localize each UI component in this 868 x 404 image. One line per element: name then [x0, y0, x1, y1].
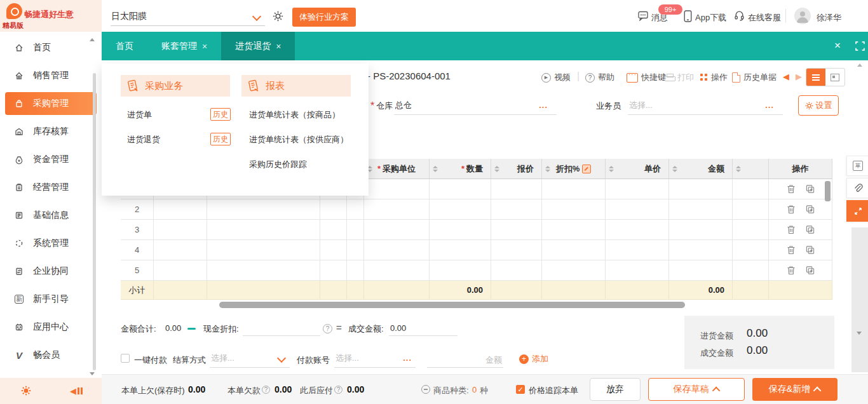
copy-row-icon[interactable] [806, 245, 815, 255]
sidebar-item-sales[interactable]: 销售管理 [0, 64, 102, 87]
warehouse-picker-ellipsis-icon[interactable]: ... [539, 100, 548, 110]
table-row[interactable]: 5 [121, 260, 832, 281]
header-purchase-unit[interactable]: *采购单位 [364, 159, 430, 179]
tab-purchase-return[interactable]: 进货退货× [221, 32, 295, 60]
one-click-pay-checkbox[interactable] [121, 354, 130, 363]
tabbar-close-icon[interactable]: × [834, 39, 841, 52]
expand-rail-button[interactable] [846, 200, 868, 222]
edit-discount-icon[interactable] [582, 165, 591, 173]
copy-row-icon[interactable] [806, 266, 815, 275]
save-draft-button[interactable]: 保存草稿 [648, 378, 745, 401]
salesman-input[interactable] [628, 97, 785, 111]
salesman-picker-ellipsis-icon[interactable]: ... [765, 100, 774, 110]
sidebar-item-beginner-guide[interactable]: 新 新手引导 [0, 288, 102, 311]
delete-row-icon[interactable] [787, 205, 796, 214]
page-scroll-down-icon[interactable] [857, 332, 862, 335]
salesman-field[interactable]: ... [628, 97, 783, 115]
experience-plan-button[interactable]: 体验行业方案 [292, 8, 356, 27]
account-select[interactable]: ... [334, 349, 416, 368]
hotkey-button[interactable]: 快捷键 [627, 72, 666, 83]
help-icon[interactable]: ? [323, 324, 332, 333]
add-payment-button[interactable]: + 添加 [519, 353, 548, 365]
sort-icon[interactable] [672, 166, 677, 172]
company-select[interactable]: 日太阳膜 [111, 11, 147, 22]
sidebar-item-app-center[interactable]: 应用中心 [0, 316, 102, 339]
sidebar-item-base-info[interactable]: 基础信息 [0, 204, 102, 227]
tab-home[interactable]: 首页 [102, 32, 147, 60]
online-service-label[interactable]: 在线客服 [748, 12, 781, 24]
header-quantity[interactable]: *数量 [430, 159, 491, 179]
header-discount[interactable]: 折扣% [542, 159, 606, 179]
delete-row-icon[interactable] [787, 266, 796, 275]
sidebar-scroll-down-icon[interactable] [90, 372, 95, 375]
sidebar-scrollbar[interactable] [93, 73, 96, 370]
warehouse-input[interactable] [394, 97, 559, 111]
history-badge[interactable]: 历史 [210, 108, 231, 121]
tab-account-management[interactable]: 账套管理× [147, 32, 221, 60]
nav-next-icon[interactable]: ▶ [796, 72, 802, 81]
abandon-button[interactable]: 放弃 [590, 378, 641, 401]
fullscreen-icon[interactable] [855, 41, 865, 51]
table-vertical-scrollbar[interactable] [825, 181, 831, 201]
draft-rail-button[interactable]: 草 [846, 156, 868, 176]
print-button[interactable]: 打印 [665, 72, 694, 83]
sidebar-item-home[interactable]: 首页 [0, 36, 102, 59]
table-row[interactable]: 4 [121, 240, 832, 260]
warehouse-field[interactable]: ... [394, 97, 557, 115]
video-button[interactable]: ▶ 视频 [541, 72, 571, 83]
gear-icon[interactable] [273, 11, 283, 22]
settlement-select[interactable] [210, 349, 290, 368]
copy-row-icon[interactable] [806, 225, 815, 234]
sidebar-scroll-up-icon[interactable] [90, 38, 95, 41]
header-amount[interactable]: 金额 [669, 159, 733, 179]
avatar[interactable] [794, 8, 811, 24]
sort-icon[interactable] [609, 166, 614, 172]
tab-close-icon[interactable]: × [202, 41, 207, 51]
list-view-button[interactable] [806, 69, 825, 86]
sidebar-item-purchase[interactable]: 采购管理 [5, 92, 97, 115]
settings-button[interactable]: 设置 [798, 95, 839, 116]
app-download-label[interactable]: App下载 [695, 12, 726, 24]
sidebar-item-operations[interactable]: 经营管理 [0, 176, 102, 199]
menu-item-purchase-return[interactable]: 进货退货 [127, 134, 160, 145]
sidebar-item-member[interactable]: V 畅会员 [0, 344, 102, 367]
sidebar-item-system[interactable]: 系统管理 [0, 232, 102, 255]
sidebar-item-collaboration[interactable]: 企业协同 [0, 260, 102, 283]
page-scroll-up-icon[interactable] [857, 64, 862, 67]
sort-icon[interactable] [545, 166, 550, 172]
help-icon[interactable]: ? [334, 386, 342, 394]
pay-amount-field[interactable]: 金额 [427, 349, 503, 368]
chevron-down-icon[interactable] [252, 12, 261, 21]
sidebar-item-funds[interactable]: 资金管理 [0, 148, 102, 171]
tab-close-icon[interactable]: × [276, 41, 281, 51]
headset-icon[interactable] [734, 10, 745, 21]
username-label[interactable]: 徐泽华 [817, 12, 841, 24]
menu-item-purchase-order[interactable]: 进货单 [127, 109, 152, 121]
menu-item-stats-by-supplier[interactable]: 进货单统计表（按供应商） [249, 134, 348, 145]
settings-gear-icon[interactable] [21, 386, 31, 396]
message-icon[interactable] [638, 11, 649, 21]
header-unit-price[interactable]: 单价 [606, 159, 669, 179]
copy-row-icon[interactable] [806, 184, 815, 194]
sort-icon[interactable] [736, 166, 741, 172]
page-scrollbar-track[interactable] [851, 227, 868, 372]
cash-discount-input[interactable] [243, 320, 323, 330]
help-icon[interactable]: ? [262, 386, 270, 394]
card-view-button[interactable] [825, 69, 844, 86]
sort-icon[interactable] [433, 166, 438, 172]
sort-icon[interactable] [494, 166, 499, 172]
history-docs-button[interactable]: 历史单据 [732, 72, 776, 83]
history-badge[interactable]: 历史 [210, 133, 231, 145]
delete-row-icon[interactable] [787, 184, 796, 194]
delete-row-icon[interactable] [787, 245, 796, 255]
price-track-checkbox[interactable]: ✓ [516, 385, 525, 394]
nav-prev-icon[interactable]: ◀ [783, 72, 789, 81]
table-row[interactable]: 2 [121, 199, 832, 220]
help-button[interactable]: ? 帮助 [585, 72, 614, 83]
delete-row-icon[interactable] [787, 225, 796, 234]
sidebar-item-inventory[interactable]: 库存核算 [0, 120, 102, 143]
cash-discount-field[interactable] [243, 319, 320, 336]
actions-button[interactable]: 操作 [700, 72, 728, 83]
menu-item-price-history-tracking[interactable]: 采购历史价跟踪 [249, 159, 307, 170]
phone-icon[interactable] [684, 10, 692, 22]
